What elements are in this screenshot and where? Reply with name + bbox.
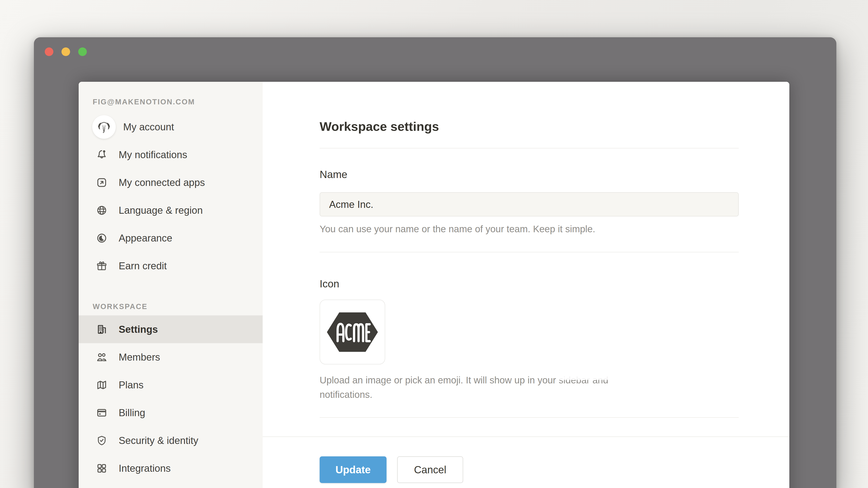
sidebar-item-label: My notifications (119, 149, 187, 160)
workspace-settings-panel: Workspace settings Name You can use your… (263, 82, 789, 488)
section-divider (320, 252, 739, 252)
people-icon (95, 351, 108, 363)
dog-doodle-icon (95, 118, 113, 136)
sidebar-item-label: Settings (119, 324, 158, 335)
sidebar-item-members[interactable]: Members (79, 343, 263, 371)
bell-icon (95, 149, 108, 161)
window-titlebar[interactable] (34, 37, 836, 82)
map-icon (95, 379, 108, 391)
sidebar-item-earn-credit[interactable]: Earn credit (79, 252, 263, 280)
cancel-button[interactable]: Cancel (397, 456, 463, 483)
workspace-icon-picker[interactable] (320, 300, 385, 364)
gift-icon (95, 260, 108, 272)
mac-window: FIG@MAKENOTION.COM My account My notific… (34, 37, 836, 488)
sidebar-item-label: Security & identity (119, 435, 198, 446)
sidebar-item-label: My account (123, 121, 174, 133)
arrow-up-right-square-icon (95, 176, 108, 189)
page-title: Workspace settings (320, 119, 739, 134)
sidebar-item-label: Members (119, 352, 160, 363)
name-helper-text: You can use your name or the name of you… (320, 222, 739, 236)
globe-icon (95, 204, 108, 217)
acme-logo (325, 307, 379, 357)
sidebar-item-settings[interactable]: Settings (79, 315, 263, 343)
icon-field-label: Icon (320, 278, 739, 290)
section-divider (320, 417, 739, 418)
minimize-window-button[interactable] (61, 47, 70, 56)
account-email-header: FIG@MAKENOTION.COM (79, 97, 263, 107)
sidebar-item-plans[interactable]: Plans (79, 371, 263, 399)
sidebar-item-label: Plans (119, 379, 144, 391)
sidebar-item-appearance[interactable]: Appearance (79, 224, 263, 252)
moon-icon (95, 232, 108, 245)
credit-card-icon (95, 406, 108, 419)
sidebar-item-my-connected-apps[interactable]: My connected apps (79, 168, 263, 196)
sidebar-item-integrations[interactable]: Integrations (79, 454, 263, 482)
icon-helper-text: Upload an image or pick an emoji. It wil… (320, 373, 739, 402)
user-avatar (92, 115, 116, 139)
settings-dialog: FIG@MAKENOTION.COM My account My notific… (79, 82, 789, 488)
traffic-lights (45, 47, 87, 56)
section-divider (320, 148, 739, 149)
clipped-text-artifact: sidebar and (559, 375, 609, 385)
sidebar-item-my-notifications[interactable]: My notifications (79, 141, 263, 168)
close-window-button[interactable] (45, 47, 53, 56)
sidebar-item-label: Billing (119, 407, 145, 418)
sidebar-item-label: My connected apps (119, 177, 205, 188)
sidebar-item-label: Appearance (119, 232, 172, 244)
dialog-footer: Update Cancel (263, 436, 789, 483)
sidebar-item-billing[interactable]: Billing (79, 399, 263, 427)
sidebar-item-language-region[interactable]: Language & region (79, 196, 263, 224)
settings-sidebar: FIG@MAKENOTION.COM My account My notific… (79, 82, 263, 488)
shield-check-icon (95, 434, 108, 447)
grid-squares-icon (95, 462, 108, 475)
building-icon (95, 323, 108, 336)
sidebar-item-label: Earn credit (119, 260, 167, 271)
workspace-section-header: WORKSPACE (79, 301, 263, 312)
sidebar-item-label: Integrations (119, 463, 170, 474)
update-button[interactable]: Update (320, 456, 386, 483)
sidebar-item-security-identity[interactable]: Security & identity (79, 427, 263, 454)
sidebar-item-label: Language & region (119, 205, 203, 216)
workspace-name-input[interactable] (320, 192, 739, 217)
sidebar-item-my-account[interactable]: My account (79, 113, 263, 141)
zoom-window-button[interactable] (78, 47, 87, 56)
name-field-label: Name (320, 168, 739, 181)
